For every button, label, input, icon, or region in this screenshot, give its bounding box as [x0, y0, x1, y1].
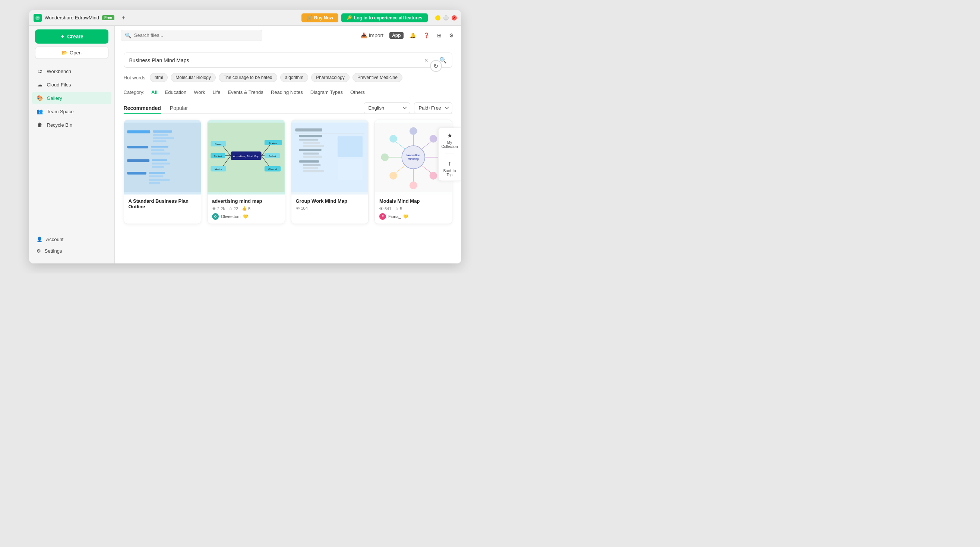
arrow-up-icon: ↑ [448, 159, 451, 167]
svg-rect-55 [302, 170, 324, 172]
account-icon: 👤 [37, 237, 43, 242]
svg-rect-56 [337, 136, 362, 157]
close-button[interactable]: ✕ [452, 15, 457, 21]
cat-life[interactable]: Life [212, 88, 221, 97]
sidebar-item-label: Gallery [47, 95, 62, 101]
sidebar-item-team[interactable]: 👥 Team Space [32, 105, 111, 118]
sidebar-item-settings[interactable]: ⚙ Settings [32, 245, 111, 257]
import-icon: 📥 [361, 32, 367, 38]
svg-rect-46 [299, 138, 318, 140]
login-icon: 🔑 [347, 15, 352, 21]
price-select[interactable]: Paid+Free Free Paid [414, 102, 452, 113]
svg-point-75 [390, 172, 397, 180]
hot-tag-courage[interactable]: The courage to be hated [219, 73, 277, 82]
sidebar-item-gallery[interactable]: 🎨 Gallery [32, 92, 111, 104]
cat-events[interactable]: Events & Trends [227, 88, 264, 97]
grid-button[interactable]: ⊞ [436, 31, 443, 40]
card-advertising[interactable]: Advertising Mind Map Strategy Budget [207, 119, 285, 224]
svg-rect-3 [127, 130, 150, 134]
svg-text:E: E [36, 16, 38, 20]
app-badge[interactable]: App [390, 32, 403, 39]
svg-text:Budget: Budget [269, 155, 276, 157]
hot-tag-molecular[interactable]: Molecular Biology [171, 73, 216, 82]
sidebar-item-cloud[interactable]: ☁ Cloud Files [32, 78, 111, 91]
view-stat: 👁 104 [296, 206, 308, 210]
tabs-row: Recommended Popular English Chinese All … [124, 102, 452, 114]
card-title: Modals Mind Map [379, 198, 447, 204]
open-button[interactable]: 📂 Open [35, 46, 108, 59]
cat-all[interactable]: All [151, 88, 158, 97]
create-button[interactable]: ＋ Create [35, 29, 108, 44]
content-area: ✕ 🔍 ↻ Hot words: html Molecular Biology … [115, 45, 461, 264]
sidebar-item-workbench[interactable]: 🗂 Workbench [32, 65, 111, 78]
star-icon: ☆ [395, 206, 399, 211]
language-select[interactable]: English Chinese All Languages [364, 102, 410, 113]
cat-others[interactable]: Others [350, 88, 366, 97]
search-bar: 🔍 [121, 30, 262, 41]
help-button[interactable]: ❓ [422, 31, 431, 40]
sidebar-item-label: Team Space [47, 109, 74, 114]
sidebar-item-recycle[interactable]: 🗑 Recycle Bin [32, 119, 111, 131]
sidebar-item-account[interactable]: 👤 Account [32, 234, 111, 245]
help-icon: ❓ [423, 32, 430, 38]
app-window: E Wondershare EdrawMind Free + 🛒 Buy Now… [29, 10, 461, 264]
svg-point-77 [390, 135, 397, 143]
import-button[interactable]: 📥 Import [359, 31, 385, 40]
notification-button[interactable]: 🔔 [408, 31, 417, 40]
svg-rect-47 [302, 142, 320, 144]
svg-rect-51 [302, 156, 322, 157]
refresh-button[interactable]: ↻ [430, 60, 442, 72]
svg-text:Innovation: Innovation [407, 154, 420, 157]
gallery-search-input[interactable] [129, 57, 421, 64]
svg-rect-18 [149, 175, 163, 177]
card-thumbnail [124, 120, 201, 194]
toolbar: 🔍 📥 Import App 🔔 ❓ ⊞ [115, 26, 461, 45]
svg-rect-15 [152, 166, 164, 168]
svg-rect-13 [152, 159, 167, 161]
hot-tag-html[interactable]: html [150, 73, 168, 82]
cat-reading[interactable]: Reading Notes [270, 88, 304, 97]
settings-icon: ⚙ [37, 248, 41, 254]
my-collection-button[interactable]: ★ My Collection [442, 132, 458, 149]
clear-search-button[interactable]: ✕ [424, 57, 428, 64]
login-button[interactable]: 🔑 Log in to experience all features [341, 13, 427, 22]
card-business-plan[interactable]: A Standard Business Plan Outline [124, 119, 202, 224]
cat-education[interactable]: Education [164, 88, 188, 97]
sidebar: ＋ Create 📂 Open 🗂 Workbench ☁ Cloud File… [29, 26, 115, 264]
card-body: Modals Mind Map 👁 541 ☆ 5 [375, 194, 452, 224]
tab-recommended[interactable]: Recommended [124, 103, 161, 113]
cat-work[interactable]: Work [193, 88, 206, 97]
svg-point-71 [430, 135, 438, 143]
hot-tag-algorithm[interactable]: algorithm [280, 73, 308, 82]
svg-rect-10 [151, 149, 164, 151]
search-input[interactable] [134, 32, 258, 38]
eye-icon: 👁 [379, 207, 383, 211]
hot-tag-pharmacology[interactable]: Pharmacology [311, 73, 350, 82]
svg-text:Content: Content [214, 155, 222, 157]
maximize-button[interactable]: ⬜ [444, 15, 449, 21]
svg-point-74 [409, 181, 417, 189]
star-stat: ☆ 22 [229, 206, 238, 211]
back-to-top-label: Back to Top [444, 169, 456, 177]
star-icon: ☆ [229, 206, 232, 211]
svg-rect-44 [295, 133, 364, 134]
search-icon: 🔍 [125, 32, 131, 38]
new-tab-button[interactable]: + [122, 14, 125, 21]
minimize-button[interactable]: — [435, 15, 441, 21]
buy-now-button[interactable]: 🛒 Buy Now [301, 13, 338, 22]
settings2-icon: ⚙ [449, 32, 454, 38]
tab-popular[interactable]: Popular [170, 103, 188, 113]
svg-rect-7 [153, 140, 166, 142]
hot-tag-preventive[interactable]: Preventive Medicine [353, 73, 402, 82]
author-avatar: F [379, 213, 386, 220]
grid-icon: ⊞ [437, 32, 442, 38]
eye-icon: 👁 [296, 206, 300, 210]
back-to-top-button[interactable]: ↑ Back to Top [444, 159, 456, 177]
cat-diagram[interactable]: Diagram Types [310, 88, 344, 97]
card-body: Group Work Mind Map 👁 104 [291, 194, 369, 216]
card-group-work[interactable]: Group Work Mind Map 👁 104 [291, 119, 369, 224]
app-icon: E [33, 14, 42, 22]
sidebar-item-label: Recycle Bin [47, 122, 73, 128]
settings-button[interactable]: ⚙ [447, 31, 455, 40]
svg-text:Advertising Mind Map: Advertising Mind Map [233, 155, 259, 158]
